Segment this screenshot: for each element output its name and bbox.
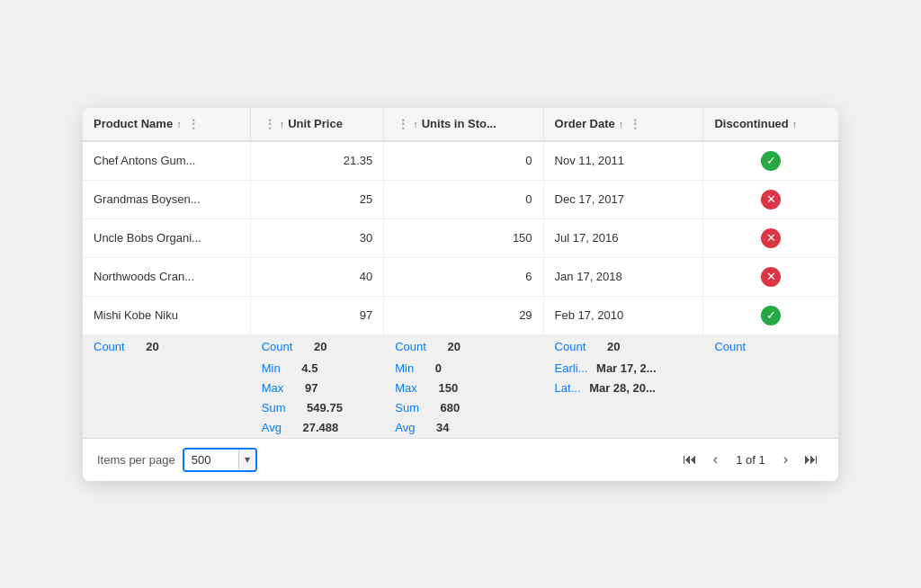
page-info: 1 of 1 [729,453,773,467]
table-row: Grandmas Boysen... 25 0 Dec 17, 2017 ✕ [83,180,838,218]
cell-product-name: Mishi Kobe Niku [83,296,250,334]
summary-count-col5: Count [703,334,838,358]
cell-discontinued: ✕ [703,257,838,296]
col-order-date: Order Date ↑ ⋮ [543,108,703,141]
col-discontinued-label: Discontinued [714,117,788,130]
summary-latest: Lat... Mar 28, 20... [543,378,703,397]
summary-avg-stock: Avg 34 [384,417,543,437]
summary-count-label-1: Count 20 [83,334,250,358]
table-row: Mishi Kobe Niku 97 29 Feb 17, 2010 ✓ [83,296,838,334]
cell-discontinued: ✓ [703,141,838,181]
cell-discontinued: ✕ [703,218,838,257]
menu-order-date-icon[interactable]: ⋮ [629,117,641,131]
items-dropdown-button[interactable]: ▾ [238,450,255,470]
cell-product-name: Uncle Bobs Organi... [83,218,250,257]
cell-units-in-stock: 6 [384,257,543,296]
cell-order-date: Jan 17, 2018 [543,257,703,296]
summary-count-col4: Count 20 [543,334,703,358]
last-page-button[interactable]: ⏭ [799,449,824,470]
summary-avg-price: Avg 27.488 [250,417,384,437]
cell-unit-price: 21.35 [250,141,384,181]
col-unit-price-label: Unit Price [288,117,343,130]
table-row: Uncle Bobs Organi... 30 150 Jul 17, 2016… [83,218,838,257]
cell-order-date: Dec 17, 2017 [543,180,703,218]
first-page-button[interactable]: ⏮ [677,449,702,470]
summary-max-empty [83,378,250,397]
sort-product-name-icon[interactable]: ↑ [176,119,182,129]
cell-discontinued: ✕ [703,180,838,218]
items-input-group: ▾ [183,448,257,472]
items-per-page-label: Items per page [97,453,175,467]
cross-icon: ✕ [761,190,781,209]
table-row: Chef Antons Gum... 21.35 0 Nov 11, 2011 … [83,141,838,181]
cross-icon: ✕ [761,267,781,287]
summary-min-stock: Min 0 [384,358,543,378]
table-footer: Items per page ▾ ⏮ ‹ 1 of 1 › ⏭ [83,438,838,481]
cell-units-in-stock: 0 [384,180,543,218]
summary-count-row: Count 20 Count 20 Count 20 Count 20 Coun… [83,334,838,358]
summary-avg-date [543,417,703,437]
col-order-date-label: Order Date [555,117,615,130]
cell-unit-price: 40 [250,257,384,296]
cell-product-name: Northwoods Cran... [83,257,250,296]
summary-max-price: Max 97 [250,378,384,397]
summary-sum-stock: Sum 680 [384,397,543,417]
cell-units-in-stock: 150 [384,218,543,257]
check-icon: ✓ [761,306,781,325]
summary-min-empty [83,358,250,378]
cell-units-in-stock: 0 [384,141,543,181]
items-per-page-input[interactable] [184,450,238,470]
col-product-name: Product Name ↑ ⋮ [83,108,250,141]
pagination: ⏮ ‹ 1 of 1 › ⏭ [677,449,824,470]
cell-product-name: Chef Antons Gum... [83,141,250,181]
sort-order-date-icon[interactable]: ↑ [619,119,624,129]
cell-unit-price: 25 [250,180,384,218]
next-page-button[interactable]: › [778,449,793,470]
menu-unit-price-icon[interactable]: ⋮ [264,117,276,131]
col-units-label: Units in Sto... [422,117,496,130]
cell-units-in-stock: 29 [384,296,543,334]
summary-earliest: Earli... Mar 17, 2... [543,358,703,378]
items-per-page-group: Items per page ▾ [97,448,257,472]
sort-discontinued-icon[interactable]: ↑ [792,119,798,129]
summary-max-stock: Max 150 [384,378,543,397]
summary-min-row: Min 4.5 Min 0 Earli... Mar 17, 2... [83,358,838,378]
cross-icon: ✕ [761,228,781,248]
summary-min-price: Min 4.5 [250,358,384,378]
menu-units-icon[interactable]: ⋮ [397,117,409,131]
summary-sum-empty [83,397,250,417]
cell-unit-price: 97 [250,296,384,334]
summary-count-col2: Count 20 [250,334,384,358]
cell-order-date: Jul 17, 2016 [543,218,703,257]
cell-unit-price: 30 [250,218,384,257]
col-discontinued: Discontinued ↑ [703,108,838,141]
sort-unit-price-icon[interactable]: ↑ [280,119,285,129]
data-table: Product Name ↑ ⋮ ⋮ ↑ Unit Price ⋮ ↑ [83,108,838,438]
header-row: Product Name ↑ ⋮ ⋮ ↑ Unit Price ⋮ ↑ [83,108,838,141]
summary-sum-price: Sum 549.75 [250,397,384,417]
summary-max-row: Max 97 Max 150 Lat... Mar 28, 20... [83,378,838,397]
prev-page-button[interactable]: ‹ [708,449,723,470]
cell-discontinued: ✓ [703,296,838,334]
cell-product-name: Grandmas Boysen... [83,180,250,218]
col-unit-price: ⋮ ↑ Unit Price [250,108,384,141]
menu-product-name-icon[interactable]: ⋮ [187,117,200,131]
summary-sum-disc [703,397,838,417]
cell-order-date: Feb 17, 2010 [543,296,703,334]
summary-count-col3: Count 20 [384,334,543,358]
col-units-in-stock: ⋮ ↑ Units in Sto... [384,108,543,141]
summary-avg-row: Avg 27.488 Avg 34 [83,417,838,437]
data-grid: Product Name ↑ ⋮ ⋮ ↑ Unit Price ⋮ ↑ [83,108,838,481]
summary-max-disc [703,378,838,397]
col-product-name-label: Product Name [94,117,173,130]
summary-avg-disc [703,417,838,437]
summary-sum-row: Sum 549.75 Sum 680 [83,397,838,417]
cell-order-date: Nov 11, 2011 [543,141,703,181]
sort-units-icon[interactable]: ↑ [413,119,418,129]
check-icon: ✓ [761,151,781,171]
table-row: Northwoods Cran... 40 6 Jan 17, 2018 ✕ [83,257,838,296]
summary-avg-empty [83,417,250,437]
summary-sum-date [543,397,703,417]
summary-min-disc [703,358,838,378]
